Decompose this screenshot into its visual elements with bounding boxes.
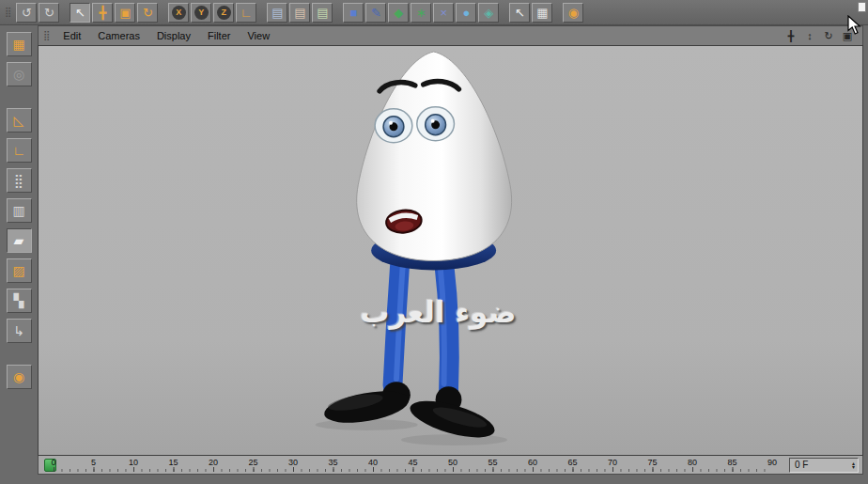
rotate-tool-icon[interactable]: ↻ — [137, 3, 158, 23]
timeline-tick: 65 — [567, 458, 577, 467]
left-toolbar: ▦◎◺∟⣿▥▰▨▚↳◉ — [0, 25, 38, 484]
watermark-text: ضوء العرب — [360, 295, 516, 329]
texture-mode-icon[interactable]: ▨ — [7, 258, 32, 283]
add-modeling-object-icon[interactable]: ∗ — [411, 3, 431, 23]
menu-cameras[interactable]: Cameras — [89, 27, 148, 44]
tick-marks — [54, 467, 772, 472]
timeline-tick: 25 — [248, 458, 257, 467]
shoes — [322, 382, 499, 445]
timeline-tick: 40 — [368, 458, 378, 467]
separator — [258, 3, 265, 23]
make-editable-icon[interactable]: ▦ — [7, 32, 32, 56]
undo-icon[interactable]: ↺ — [16, 3, 37, 23]
separator — [554, 3, 561, 23]
separator — [501, 3, 507, 23]
toolbar-drag-handle[interactable]: ⣿ — [5, 8, 11, 17]
redo-icon[interactable]: ↻ — [39, 3, 59, 23]
zoom-view-icon[interactable]: ↕ — [802, 28, 817, 43]
window-corner-box — [858, 2, 866, 12]
move-tool-icon[interactable]: ╋ — [92, 3, 113, 23]
add-scene-object-icon[interactable]: ● — [456, 3, 476, 23]
lock-y-axis-icon[interactable]: Y — [191, 3, 211, 23]
frame-value: 0 F — [795, 460, 808, 470]
separator — [160, 3, 166, 23]
add-deformer-icon[interactable]: × — [433, 3, 454, 23]
timeline-tick: 0 — [51, 458, 55, 467]
ground-shadow-right — [401, 434, 507, 445]
menu-display[interactable]: Display — [148, 27, 199, 44]
timeline-tick: 50 — [448, 458, 457, 467]
add-particle-object-icon[interactable]: ◈ — [478, 3, 499, 23]
tool-pointer-icon[interactable]: ↖ — [509, 3, 530, 23]
edges-mode-icon[interactable]: ▥ — [7, 198, 32, 223]
current-frame-field[interactable]: 0 F ▴ ▾ — [789, 458, 859, 473]
viewport-panel: ⣿ EditCamerasDisplayFilterView ╋↕↻▣ — [38, 25, 868, 484]
scale-tool-icon[interactable]: ▣ — [115, 3, 135, 23]
axis-mode-icon[interactable]: ◺ — [7, 108, 32, 133]
add-spline-icon[interactable]: ✎ — [365, 3, 386, 23]
separator — [7, 349, 32, 359]
animation-mode-icon[interactable]: ↳ — [7, 319, 32, 343]
object-axis-mode-icon[interactable]: ∟ — [7, 138, 32, 163]
polygons-mode-icon[interactable]: ▰ — [7, 228, 32, 253]
menubar-drag-handle[interactable]: ⣿ — [43, 31, 50, 40]
add-cube-object-icon[interactable]: ■ — [343, 3, 364, 23]
render-picture-viewer-icon[interactable]: ▤ — [289, 3, 310, 23]
online-updater-globe-icon[interactable]: ◉ — [563, 3, 583, 23]
timeline-tick: 15 — [168, 458, 178, 467]
timeline-tick: 20 — [209, 458, 218, 467]
timeline-tick: 45 — [408, 458, 417, 467]
add-nurbs-icon[interactable]: ◆ — [388, 3, 409, 23]
menu-filter[interactable]: Filter — [199, 27, 239, 44]
viewport-3d[interactable]: ضوء العرب — [38, 45, 863, 456]
timeline-tick: 70 — [608, 458, 617, 467]
frame-spinner[interactable]: ▴ ▾ — [852, 461, 855, 469]
timeline-tick: 90 — [767, 458, 777, 467]
lock-x-axis-icon[interactable]: X — [168, 3, 189, 23]
object-manager-icon[interactable]: ▦ — [532, 3, 552, 23]
bottom-strip — [38, 475, 863, 484]
mouse-cursor — [847, 15, 862, 36]
render-view-icon[interactable]: ▤ — [267, 3, 287, 23]
timeline-tick: 85 — [727, 458, 736, 467]
separator — [334, 3, 341, 23]
lock-z-axis-icon[interactable]: Z — [213, 3, 234, 23]
timeline-ruler[interactable]: 051015202530354045505560657075808590 — [42, 457, 780, 474]
render-settings-icon[interactable]: ▤ — [312, 3, 333, 23]
timeline-tick: 10 — [129, 458, 138, 467]
timeline-tick: 55 — [488, 458, 497, 467]
menu-edit[interactable]: Edit — [54, 27, 89, 44]
separator — [61, 3, 68, 23]
timeline-bar: 051015202530354045505560657075808590 0 F… — [38, 456, 863, 475]
viewport-menubar: ⣿ EditCamerasDisplayFilterView ╋↕↻▣ — [38, 25, 863, 45]
egg-character — [39, 46, 862, 455]
timeline-tick: 80 — [688, 458, 697, 467]
texture-axis-mode-icon[interactable]: ▚ — [7, 289, 32, 313]
points-mode-icon[interactable]: ⣿ — [7, 168, 32, 193]
spinner-down-icon[interactable]: ▾ — [852, 465, 855, 469]
menu-view[interactable]: View — [239, 27, 278, 44]
separator — [7, 92, 32, 102]
timeline-tick: 35 — [328, 458, 337, 467]
pan-view-icon[interactable]: ╋ — [783, 28, 798, 43]
model-mode-icon[interactable]: ◎ — [7, 62, 32, 86]
timeline-tick: 60 — [528, 458, 537, 467]
live-selection-tool-icon[interactable]: ↖ — [70, 3, 90, 23]
rotate-view-icon[interactable]: ↻ — [821, 28, 836, 43]
timeline-tick: 30 — [288, 458, 298, 467]
coordinate-system-icon[interactable]: ∟ — [236, 3, 256, 23]
timeline-tick: 5 — [91, 458, 96, 467]
timeline-tick: 75 — [647, 458, 657, 467]
snap-settings-icon[interactable]: ◉ — [7, 365, 32, 389]
top-toolbar: ⣿ ↺↻↖╋▣↻XYZ∟▤▤▤■✎◆∗×●◈↖▦◉ — [0, 0, 868, 25]
